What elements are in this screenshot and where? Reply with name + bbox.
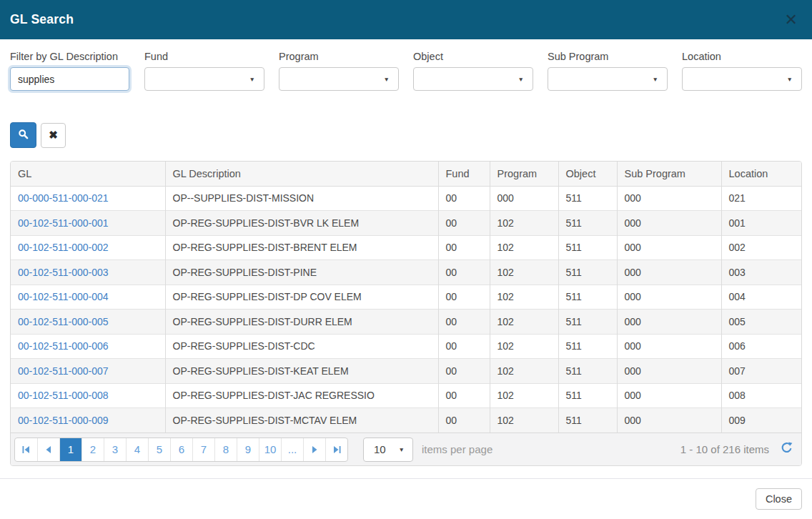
- table-cell: 511: [558, 235, 617, 260]
- gl-cell: 00-102-511-000-001: [11, 211, 165, 236]
- table-cell: 511: [558, 211, 617, 236]
- pager-page-9[interactable]: 9: [237, 438, 259, 461]
- chevron-down-icon: ▼: [249, 76, 255, 83]
- table-cell: 00: [438, 408, 490, 433]
- table-cell: 006: [721, 334, 801, 359]
- table-row: 00-102-511-000-005OP-REG-SUPPLIES-DIST-D…: [11, 310, 801, 335]
- table-cell: 102: [490, 408, 558, 433]
- table-row: 00-000-511-000-021OP--SUPPLIES-DIST-MISS…: [11, 186, 801, 211]
- table-cell: 102: [490, 359, 558, 384]
- pager-page-7[interactable]: 7: [192, 438, 214, 461]
- gl-link[interactable]: 00-000-511-000-021: [18, 192, 109, 204]
- table-cell: OP-REG-SUPPLIES-DIST-BVR LK ELEM: [165, 211, 438, 236]
- pager-page-3[interactable]: 3: [104, 438, 126, 461]
- chevron-down-icon: ▼: [518, 76, 524, 83]
- gl-cell: 00-000-511-000-021: [11, 186, 165, 211]
- table-cell: 511: [558, 186, 617, 211]
- pager: 12345678910...: [11, 432, 801, 465]
- pager-next-button[interactable]: [303, 438, 325, 461]
- table-cell: OP-REG-SUPPLIES-DIST-BRENT ELEM: [165, 235, 438, 260]
- gl-link[interactable]: 00-102-511-000-006: [18, 340, 109, 352]
- gl-link[interactable]: 00-102-511-000-009: [18, 415, 109, 426]
- chevron-down-icon: ▼: [384, 76, 390, 83]
- table-cell: 000: [617, 285, 721, 310]
- table-cell: OP-REG-SUPPLIES-DIST-CDC: [165, 334, 438, 359]
- pager-page-10[interactable]: 10: [259, 438, 281, 461]
- table-cell: 102: [490, 260, 558, 285]
- pager-group: 12345678910...: [14, 438, 348, 462]
- pager-prev-button[interactable]: [37, 438, 59, 461]
- pager-more-button[interactable]: ...: [281, 438, 303, 461]
- table-cell: OP-REG-SUPPLIES-DIST-PINE: [165, 260, 438, 285]
- table-cell: 001: [721, 211, 801, 236]
- table-cell: 000: [617, 260, 721, 285]
- table-cell: 000: [617, 186, 721, 211]
- chevron-down-icon: ▼: [653, 76, 658, 83]
- close-icon[interactable]: ✕: [782, 11, 801, 29]
- pager-last-button[interactable]: [325, 438, 347, 461]
- pager-page-4[interactable]: 4: [126, 438, 148, 461]
- location-dropdown[interactable]: ▼: [682, 67, 802, 91]
- column-header-fund: Fund: [438, 162, 490, 186]
- gl-cell: 00-102-511-000-009: [11, 408, 165, 433]
- table-cell: 511: [558, 383, 617, 408]
- modal-title: GL Search: [10, 12, 74, 27]
- table-body: 00-000-511-000-021OP--SUPPLIES-DIST-MISS…: [11, 186, 801, 432]
- clear-button[interactable]: ✖: [41, 123, 66, 148]
- table-header-row: GL GL Description Fund Program Object Su…: [11, 162, 801, 186]
- table-cell: 000: [617, 408, 721, 433]
- column-header-sub-program: Sub Program: [617, 162, 721, 186]
- close-button[interactable]: Close: [756, 488, 802, 510]
- modal-body: Filter by GL Description Fund▼Program▼Ob…: [0, 39, 812, 468]
- gl-cell: 00-102-511-000-005: [11, 310, 165, 335]
- action-row: ✖: [10, 122, 802, 148]
- gl-link[interactable]: 00-102-511-000-008: [18, 390, 109, 401]
- page-size-select[interactable]: 10 ▼: [363, 438, 413, 462]
- gl-link[interactable]: 00-102-511-000-007: [18, 365, 109, 377]
- pager-page-5[interactable]: 5: [148, 438, 170, 461]
- sub-program-dropdown[interactable]: ▼: [548, 67, 668, 91]
- page-size-value: 10: [374, 443, 386, 455]
- table-cell: 005: [721, 310, 801, 335]
- refresh-button[interactable]: [781, 442, 793, 457]
- pager-range-label: 1 - 10 of 216 items: [680, 443, 769, 455]
- table-row: 00-102-511-000-001OP-REG-SUPPLIES-DIST-B…: [11, 211, 801, 236]
- modal-footer: Close: [0, 478, 812, 519]
- arrow-left-icon: [46, 446, 51, 453]
- fund-dropdown[interactable]: ▼: [144, 67, 264, 91]
- pager-first-button[interactable]: [15, 438, 37, 461]
- table-cell: 00: [438, 285, 490, 310]
- table-row: 00-102-511-000-002OP-REG-SUPPLIES-DIST-B…: [11, 235, 801, 260]
- pager-page-1[interactable]: 1: [59, 438, 81, 461]
- column-header-object: Object: [558, 162, 617, 186]
- table-row: 00-102-511-000-008OP-REG-SUPPLIES-DIST-J…: [11, 383, 801, 408]
- filter-label: Object: [413, 51, 533, 62]
- object-dropdown[interactable]: ▼: [413, 67, 533, 91]
- pager-page-2[interactable]: 2: [81, 438, 104, 461]
- gl-link[interactable]: 00-102-511-000-002: [18, 242, 109, 253]
- pager-page-6[interactable]: 6: [170, 438, 192, 461]
- program-dropdown[interactable]: ▼: [279, 67, 399, 91]
- pager-page-8[interactable]: 8: [214, 438, 237, 461]
- filter-row: Filter by GL Description Fund▼Program▼Ob…: [10, 51, 802, 91]
- gl-cell: 00-102-511-000-006: [11, 334, 165, 359]
- table-cell: 008: [721, 383, 801, 408]
- results-grid: GL GL Description Fund Program Object Su…: [10, 161, 802, 466]
- gl-description-filter-input[interactable]: [10, 67, 129, 91]
- arrow-right-icon: [312, 446, 317, 453]
- table-cell: 00: [438, 186, 490, 211]
- table-cell: 000: [617, 211, 721, 236]
- column-header-program: Program: [490, 162, 558, 186]
- table-cell: 102: [490, 310, 558, 335]
- table-row: 00-102-511-000-004OP-REG-SUPPLIES-DIST-D…: [11, 285, 801, 310]
- search-button[interactable]: [10, 122, 36, 148]
- chevron-down-icon: ▼: [787, 76, 793, 83]
- table-cell: 000: [617, 359, 721, 384]
- gl-link[interactable]: 00-102-511-000-004: [18, 291, 109, 302]
- gl-link[interactable]: 00-102-511-000-001: [18, 217, 109, 229]
- gl-link[interactable]: 00-102-511-000-005: [18, 316, 109, 327]
- table-cell: 511: [558, 334, 617, 359]
- clear-icon: ✖: [49, 129, 58, 142]
- gl-link[interactable]: 00-102-511-000-003: [18, 267, 109, 278]
- table-cell: 00: [438, 359, 490, 384]
